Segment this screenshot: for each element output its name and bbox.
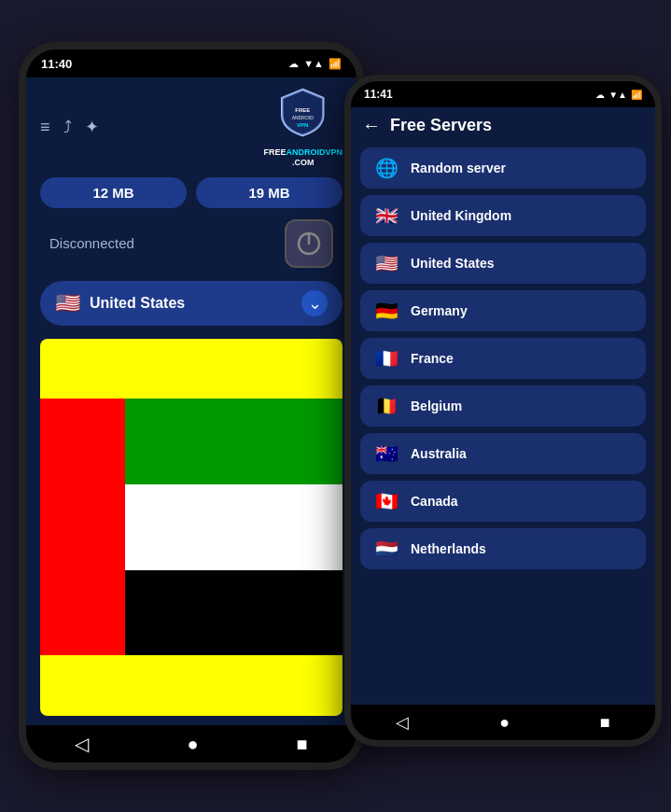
server-flag-de: 🇩🇪: [373, 300, 399, 322]
server-name-nl: Netherlands: [411, 541, 486, 556]
star-icon[interactable]: ✦: [85, 117, 99, 137]
toolbar-left-icons: ≡ ⤴ ✦: [40, 117, 99, 137]
status-icons-right: ☁ ▼▲ 📶: [595, 90, 642, 100]
country-selector[interactable]: 🇺🇸 United States ⌄: [40, 281, 342, 326]
battery-right: 📶: [631, 90, 642, 100]
uae-yellow-stripe-bottom: [40, 655, 342, 716]
phone-right: 11:41 ☁ ▼▲ 📶 ← Free Servers 🌐Random serv…: [344, 75, 662, 747]
server-flag-nl: 🇳🇱: [373, 538, 399, 560]
country-left: 🇺🇸 United States: [55, 291, 185, 315]
server-name-uk: United Kingdom: [411, 208, 511, 223]
server-item-be[interactable]: 🇧🇪Belgium: [360, 385, 646, 427]
signal-right: ▼▲: [608, 90, 627, 100]
servers-screen: ← Free Servers 🌐Random server🇬🇧United Ki…: [351, 107, 655, 705]
server-item-nl[interactable]: 🇳🇱Netherlands: [360, 528, 646, 569]
server-flag-be: 🇧🇪: [373, 395, 399, 417]
stats-row: 12 MB 19 MB: [40, 177, 342, 208]
uae-green-stripe: [125, 399, 342, 484]
status-bar-right: 11:41 ☁ ▼▲ 📶: [351, 81, 655, 107]
server-name-us: United States: [411, 256, 494, 271]
logo-area: FREE ANDROID VPN FREEANDROIDVPN.COM: [263, 87, 342, 168]
server-flag-uk: 🇬🇧: [373, 204, 399, 227]
server-name-be: Belgium: [411, 399, 462, 413]
power-button[interactable]: [285, 219, 333, 268]
phone-left: 11:40 ☁ ▼▲ 📶 ≡ ⤴ ✦ FREE ANDROID VPN: [19, 42, 364, 770]
uae-yellow-stripe-top: [40, 339, 342, 399]
nav-home-right[interactable]: ●: [499, 713, 510, 733]
menu-icon[interactable]: ≡: [40, 118, 50, 137]
country-flag-display: [40, 339, 342, 716]
uae-flag: [40, 339, 342, 716]
server-name-au: Australia: [411, 446, 467, 461]
status-bar-left: 11:40 ☁ ▼▲ 📶: [26, 49, 356, 77]
servers-header: ← Free Servers: [360, 115, 646, 136]
upload-stat: 19 MB: [196, 177, 342, 208]
bottom-nav-right: ◁ ● ■: [351, 705, 655, 740]
connection-status: Disconnected: [49, 235, 134, 251]
logo-text: FREEANDROIDVPN.COM: [263, 147, 342, 168]
server-flag-random: 🌐: [373, 157, 399, 179]
server-item-random[interactable]: 🌐Random server: [360, 147, 646, 189]
svg-text:FREE: FREE: [296, 107, 311, 113]
nav-home-left[interactable]: ●: [187, 734, 198, 755]
uae-middle: [40, 399, 342, 655]
time-right: 11:41: [364, 88, 393, 101]
signal-icon: ▼▲: [303, 58, 324, 69]
nav-recents-right[interactable]: ■: [600, 713, 610, 733]
cloud-icon-right: ☁: [595, 90, 605, 100]
power-icon: [295, 230, 323, 258]
nav-back-left[interactable]: ◁: [75, 733, 89, 755]
selected-country-name: United States: [90, 295, 185, 312]
back-button-right[interactable]: ←: [362, 115, 381, 136]
uae-horizontal-stripes: [125, 399, 342, 655]
uae-black-stripe: [125, 570, 342, 656]
main-screen-left: ≡ ⤴ ✦ FREE ANDROID VPN FREEANDROIDVPN.CO…: [26, 77, 356, 725]
server-flag-au: 🇦🇺: [373, 442, 399, 465]
server-name-random: Random server: [411, 161, 506, 175]
nav-recents-left[interactable]: ■: [296, 734, 307, 755]
share-icon[interactable]: ⤴: [63, 118, 72, 137]
cloud-icon: ☁: [288, 58, 299, 70]
selected-country-flag: 🇺🇸: [55, 291, 80, 315]
server-item-ca[interactable]: 🇨🇦Canada: [360, 481, 646, 522]
bottom-nav-left: ◁ ● ■: [26, 725, 356, 763]
server-item-au[interactable]: 🇦🇺Australia: [360, 433, 646, 474]
disconnect-area: Disconnected: [40, 219, 342, 268]
toolbar-left: ≡ ⤴ ✦ FREE ANDROID VPN FREEANDROIDVPN.CO…: [40, 87, 342, 168]
server-item-fr[interactable]: 🇫🇷France: [360, 338, 646, 379]
nav-back-right[interactable]: ◁: [396, 712, 409, 733]
uae-white-stripe: [125, 484, 342, 570]
battery-icon: 📶: [329, 58, 342, 70]
chevron-down-icon: ⌄: [301, 290, 328, 316]
servers-title: Free Servers: [390, 116, 492, 135]
server-name-de: Germany: [411, 303, 468, 318]
status-icons-left: ☁ ▼▲ 📶: [288, 58, 342, 70]
server-name-ca: Canada: [411, 494, 458, 509]
server-item-uk[interactable]: 🇬🇧United Kingdom: [360, 195, 646, 236]
server-flag-us: 🇺🇸: [373, 252, 399, 274]
download-stat: 12 MB: [40, 177, 187, 208]
time-left: 11:40: [41, 57, 72, 71]
server-item-de[interactable]: 🇩🇪Germany: [360, 290, 646, 331]
svg-text:ANDROID: ANDROID: [292, 115, 314, 120]
server-item-us[interactable]: 🇺🇸United States: [360, 243, 646, 284]
server-list: 🌐Random server🇬🇧United Kingdom🇺🇸United S…: [360, 147, 646, 569]
shield-icon: FREE ANDROID VPN: [263, 87, 342, 138]
server-flag-ca: 🇨🇦: [373, 490, 399, 512]
svg-text:VPN: VPN: [298, 122, 309, 128]
uae-red-bar: [40, 399, 125, 655]
server-flag-fr: 🇫🇷: [373, 347, 399, 370]
server-name-fr: France: [411, 351, 454, 366]
